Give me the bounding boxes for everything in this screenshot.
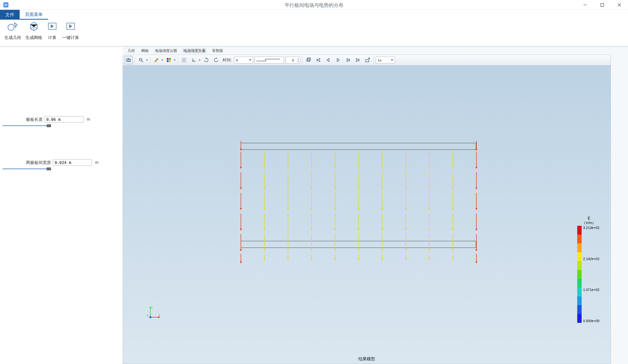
camera-icon[interactable] bbox=[124, 56, 133, 64]
param-plate-gap-slider[interactable] bbox=[2, 167, 76, 171]
time-step-graph bbox=[255, 57, 284, 63]
field-vectors bbox=[241, 150, 476, 253]
field-arrow bbox=[429, 214, 430, 231]
param-plate-gap-unit: m bbox=[95, 160, 98, 165]
export-icon[interactable] bbox=[363, 56, 372, 64]
field-arrow bbox=[288, 234, 288, 252]
time-value: 0 bbox=[236, 58, 238, 62]
svg-rect-17 bbox=[169, 60, 171, 62]
last-icon[interactable] bbox=[353, 56, 362, 64]
field-arrow-overflow bbox=[429, 255, 430, 266]
view-tab-geometry[interactable]: 几何 bbox=[126, 48, 136, 54]
titlebar: 平行板间电场与电势的分布 bbox=[0, 0, 628, 10]
legend-tick: 1.071e+02 bbox=[583, 288, 600, 292]
param-plate-gap-input[interactable] bbox=[53, 159, 92, 166]
next-icon[interactable] bbox=[344, 56, 352, 64]
field-arrow-edge bbox=[476, 254, 477, 265]
field-arrow-overflow bbox=[335, 255, 335, 266]
view-tab-vector[interactable]: 电场强度矢量 bbox=[182, 48, 207, 54]
field-arrow bbox=[453, 193, 453, 211]
tab-page-menu[interactable]: 页面菜单 bbox=[20, 10, 48, 20]
rotate-ccw-icon[interactable] bbox=[212, 56, 220, 64]
view-tab-cloud[interactable]: 电场强度云图 bbox=[154, 48, 179, 54]
field-arrow bbox=[241, 172, 241, 190]
field-arrow bbox=[241, 152, 241, 169]
play-icon[interactable] bbox=[334, 56, 342, 64]
svg-text:y: y bbox=[151, 305, 153, 308]
svg-rect-14 bbox=[167, 58, 168, 60]
fit-icon[interactable] bbox=[180, 56, 188, 64]
field-arrow bbox=[311, 172, 312, 190]
field-arrow bbox=[429, 172, 430, 190]
field-arrow bbox=[335, 234, 335, 252]
field-arrow bbox=[335, 152, 335, 169]
axes-dropdown-icon[interactable] bbox=[199, 60, 201, 61]
field-arrow bbox=[358, 172, 359, 190]
field-arrow bbox=[335, 193, 335, 211]
btn-one-key-compute-label: 一键计算 bbox=[62, 35, 79, 40]
zoom-dropdown-icon[interactable] bbox=[146, 60, 148, 61]
svg-rect-15 bbox=[169, 58, 171, 60]
field-arrow bbox=[476, 214, 477, 231]
field-arrow bbox=[358, 193, 359, 211]
speed-value: 1x bbox=[378, 58, 382, 62]
minimize-button[interactable] bbox=[576, 0, 594, 10]
rotate-cw-icon[interactable] bbox=[202, 56, 211, 64]
field-arrow bbox=[453, 214, 453, 231]
canvas-panel: 几何 网格 电场强度云图 电场强度矢量 等势面 bbox=[123, 47, 628, 364]
zoom-icon[interactable] bbox=[137, 56, 145, 64]
svg-point-19 bbox=[183, 60, 184, 61]
tab-file[interactable]: 文件 bbox=[0, 10, 20, 20]
palette-icon[interactable] bbox=[165, 56, 173, 64]
field-arrow bbox=[311, 214, 312, 231]
first-icon[interactable] bbox=[314, 56, 322, 64]
field-arrow-overflow bbox=[264, 255, 265, 266]
legend-unit: （V/m） bbox=[574, 221, 604, 225]
param-plate-length-slider[interactable] bbox=[2, 124, 76, 127]
field-arrow bbox=[311, 193, 312, 211]
svg-rect-24 bbox=[308, 58, 311, 61]
field-arrow bbox=[264, 214, 265, 231]
axis-triad: y x z bbox=[146, 305, 161, 320]
maximize-button[interactable] bbox=[594, 0, 611, 10]
field-arrow-edge bbox=[476, 141, 477, 153]
field-arrow bbox=[311, 152, 312, 169]
palette-dropdown-icon[interactable] bbox=[174, 60, 176, 61]
field-arrow bbox=[335, 214, 335, 231]
param-plate-length: 极板长度 m bbox=[0, 115, 123, 145]
btn-one-key-compute[interactable]: 一键计算 bbox=[62, 21, 79, 40]
frame-spin[interactable]: 0 ▲▼ bbox=[286, 57, 300, 63]
compute-icon bbox=[47, 21, 58, 31]
crop-icon[interactable] bbox=[305, 56, 313, 64]
field-arrow bbox=[453, 152, 453, 169]
legend-tick: 0.000e+00 bbox=[583, 319, 600, 323]
field-arrow bbox=[476, 193, 477, 211]
param-plate-length-input[interactable] bbox=[45, 116, 83, 122]
field-arrow bbox=[241, 214, 241, 231]
svg-rect-23 bbox=[307, 59, 310, 61]
axes-icon[interactable] bbox=[190, 56, 198, 64]
field-arrow-edge bbox=[241, 141, 241, 153]
viewport[interactable]: y x z E （V/m） 3. bbox=[123, 65, 611, 364]
window-title: 平行板间电场与电势的分布 bbox=[285, 2, 343, 8]
btn-gen-mesh[interactable]: 生成网格 bbox=[25, 21, 42, 40]
btn-gen-geometry[interactable]: 生成几何 bbox=[4, 21, 21, 40]
btn-compute[interactable]: 计算 bbox=[47, 21, 58, 40]
app-icon bbox=[3, 2, 9, 8]
svg-line-10 bbox=[142, 61, 143, 62]
field-arrow bbox=[288, 152, 288, 169]
speed-dropdown[interactable]: 1x bbox=[376, 57, 395, 63]
view-tab-mesh[interactable]: 网格 bbox=[140, 48, 150, 54]
svg-rect-16 bbox=[167, 60, 168, 62]
brush-icon[interactable] bbox=[152, 56, 160, 64]
field-arrow-overflow bbox=[382, 255, 383, 266]
close-button[interactable] bbox=[611, 0, 628, 10]
time-dropdown[interactable]: 0 bbox=[234, 57, 253, 63]
sidebar: 极板长度 m 两极板间宽度 m bbox=[0, 47, 123, 364]
svg-rect-2 bbox=[601, 3, 604, 6]
window-controls bbox=[576, 0, 628, 10]
view-tab-contour[interactable]: 等势面 bbox=[211, 48, 225, 54]
prev-icon[interactable] bbox=[324, 56, 332, 64]
field-arrow bbox=[382, 193, 383, 211]
brush-dropdown-icon[interactable] bbox=[161, 60, 163, 61]
